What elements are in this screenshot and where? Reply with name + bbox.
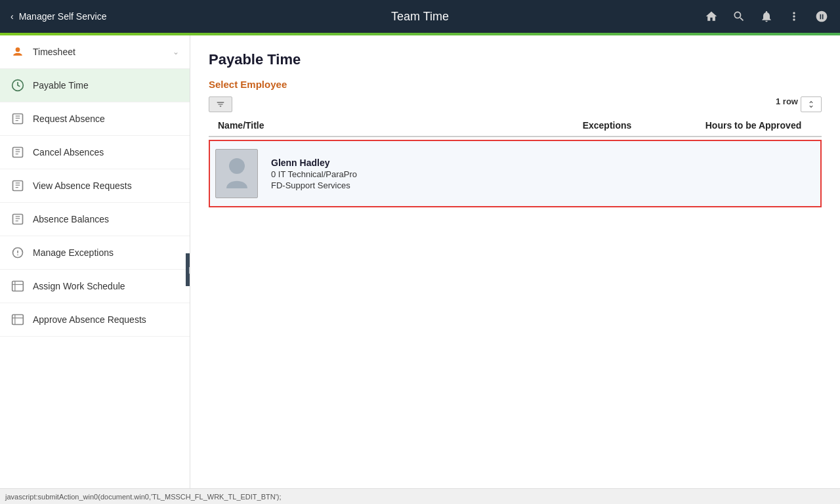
- col-header-exceptions: Exceptions: [526, 120, 688, 131]
- employee-name: Glenn Hadley: [271, 158, 357, 168]
- chevron-down-icon: ⌄: [173, 47, 179, 56]
- sidebar-item-label-assign-work-schedule: Assign Work Schedule: [33, 281, 179, 291]
- col-header-name: Name/Title: [211, 120, 526, 131]
- back-chevron-icon: ‹: [10, 11, 14, 22]
- cancel-absences-icon: [10, 145, 25, 159]
- sidebar-item-assign-work-schedule[interactable]: Assign Work Schedule: [0, 270, 190, 303]
- sidebar: Timesheet ⌄ Payable Time Request Absence…: [0, 35, 190, 504]
- table-header: Name/Title Exceptions Hours to be Approv…: [209, 115, 822, 137]
- page-header-title: Team Time: [391, 10, 449, 24]
- status-bar: javascript:submitAction_win0(document.wi…: [0, 488, 840, 504]
- status-bar-text: javascript:submitAction_win0(document.wi…: [5, 493, 282, 501]
- payable-time-icon: [10, 78, 25, 93]
- sidebar-item-approve-absence-requests[interactable]: Approve Absence Requests: [0, 303, 190, 337]
- sidebar-item-label-payable-time: Payable Time: [33, 80, 179, 91]
- sidebar-item-request-absence[interactable]: Request Absence: [0, 102, 190, 136]
- sidebar-item-absence-balances[interactable]: Absence Balances: [0, 203, 190, 236]
- sidebar-item-view-absence-requests[interactable]: View Absence Requests: [0, 169, 190, 203]
- sidebar-item-payable-time[interactable]: Payable Time: [0, 69, 190, 102]
- svg-rect-3: [13, 148, 23, 158]
- request-absence-icon: [10, 112, 25, 126]
- svg-point-15: [229, 158, 245, 174]
- sidebar-item-label-request-absence: Request Absence: [33, 114, 179, 124]
- timesheet-icon: [10, 45, 25, 59]
- search-icon[interactable]: [731, 9, 747, 24]
- toolbar-right: 1 row: [776, 96, 822, 112]
- svg-rect-12: [12, 315, 24, 325]
- col-header-hours: Hours to be Approved: [688, 120, 819, 131]
- sidebar-item-cancel-absences[interactable]: Cancel Absences: [0, 136, 190, 169]
- employee-row[interactable]: Glenn Hadley 0 IT Technical/ParaPro FD-S…: [209, 140, 822, 207]
- main-layout: Timesheet ⌄ Payable Time Request Absence…: [0, 35, 840, 504]
- block-icon[interactable]: [814, 9, 830, 24]
- employee-dept: FD-Support Services: [271, 180, 357, 190]
- main-content: Payable Time Select Employee 1 row Name/…: [190, 35, 840, 504]
- employee-info: Glenn Hadley 0 IT Technical/ParaPro FD-S…: [271, 158, 357, 190]
- top-nav-icons: [704, 9, 830, 24]
- approve-absence-requests-icon: [10, 312, 25, 327]
- filter-button[interactable]: [209, 96, 232, 112]
- sidebar-item-label-absence-balances: Absence Balances: [33, 214, 179, 224]
- sort-button[interactable]: [801, 96, 822, 112]
- sidebar-item-timesheet[interactable]: Timesheet ⌄: [0, 35, 190, 69]
- employee-title: 0 IT Technical/ParaPro: [271, 169, 357, 179]
- svg-point-8: [17, 255, 18, 256]
- toolbar-left: [209, 96, 232, 112]
- row-count: 1 row: [776, 96, 798, 112]
- view-absence-requests-icon: [10, 178, 25, 193]
- assign-work-schedule-icon: [10, 279, 25, 293]
- back-label: Manager Self Service: [19, 11, 107, 22]
- sidebar-item-label-manage-exceptions: Manage Exceptions: [33, 247, 179, 258]
- toolbar-row: 1 row: [209, 96, 822, 112]
- employee-avatar: [215, 149, 258, 198]
- sidebar-item-label-cancel-absences: Cancel Absences: [33, 147, 179, 158]
- bell-icon[interactable]: [759, 9, 774, 24]
- manage-exceptions-icon: [10, 245, 25, 260]
- svg-point-0: [16, 47, 20, 52]
- page-title: Payable Time: [209, 51, 822, 68]
- svg-rect-4: [13, 181, 23, 191]
- back-button[interactable]: ‹ Manager Self Service: [10, 11, 107, 22]
- select-employee-label: Select Employee: [209, 79, 822, 90]
- top-nav: ‹ Manager Self Service Team Time: [0, 0, 840, 33]
- sidebar-item-label-view-absence-requests: View Absence Requests: [33, 180, 179, 191]
- sidebar-collapse-handle[interactable]: ||: [186, 253, 190, 286]
- svg-rect-5: [13, 215, 23, 224]
- more-menu-icon[interactable]: [786, 9, 802, 24]
- collapse-icon: ||: [188, 266, 190, 274]
- home-icon[interactable]: [704, 9, 719, 24]
- sidebar-item-label-approve-absence-requests: Approve Absence Requests: [33, 314, 179, 325]
- svg-rect-9: [12, 282, 24, 291]
- sidebar-item-manage-exceptions[interactable]: Manage Exceptions: [0, 236, 190, 270]
- absence-balances-icon: [10, 212, 25, 226]
- sidebar-item-label-timesheet: Timesheet: [33, 47, 165, 57]
- svg-rect-2: [13, 114, 23, 124]
